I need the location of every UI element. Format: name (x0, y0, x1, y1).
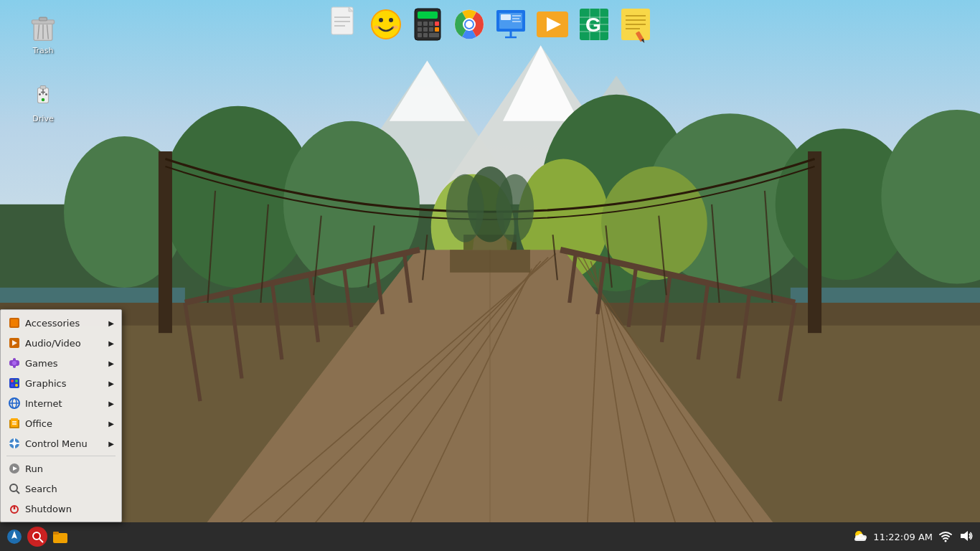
svg-point-159 (10, 484, 17, 491)
menu-button[interactable] (4, 527, 24, 547)
menu-item-office[interactable]: Office ▶ (1, 413, 121, 433)
wifi-icon[interactable] (938, 529, 953, 545)
menu-item-search[interactable]: Search (1, 479, 121, 499)
accessories-icon (8, 316, 21, 329)
svg-rect-110 (501, 14, 511, 20)
shutdown-icon (8, 502, 21, 515)
svg-point-78 (39, 93, 41, 95)
run-icon (8, 462, 21, 475)
svg-line-166 (39, 539, 43, 542)
drive-label: Drive (32, 114, 53, 123)
menu-item-control-menu[interactable]: Control Menu ▶ (1, 433, 121, 453)
top-dock: G (326, 6, 654, 43)
svg-rect-167 (53, 533, 67, 543)
menu-item-games[interactable]: Games ▶ (1, 353, 121, 373)
svg-rect-51 (808, 151, 821, 333)
dock-spreadsheet[interactable]: G (575, 6, 613, 43)
graphics-icon (8, 377, 21, 390)
dock-smiley[interactable] (367, 6, 405, 43)
dock-new-file[interactable] (326, 6, 363, 43)
svg-rect-94 (423, 22, 428, 26)
svg-rect-102 (423, 33, 428, 37)
audio-video-label: Audio/Video (25, 338, 81, 349)
games-label: Games (25, 358, 57, 369)
trash-image (26, 10, 60, 44)
taskbar: 11:22:09 AM (0, 522, 980, 551)
office-label: Office (25, 418, 52, 429)
menu-item-audio-video[interactable]: Audio/Video ▶ (1, 333, 121, 353)
svg-point-80 (42, 98, 45, 102)
control-menu-arrow: ▶ (108, 440, 114, 448)
desktop: Trash Drive (0, 0, 980, 551)
svg-point-89 (374, 26, 380, 29)
menu-item-accessories[interactable]: Accessories ▶ (1, 313, 121, 333)
menu-separator (6, 456, 116, 456)
audio-video-icon (8, 336, 21, 349)
weather-icon (853, 528, 867, 545)
accessories-arrow: ▶ (108, 319, 114, 327)
control-menu-label: Control Menu (25, 438, 88, 449)
svg-rect-75 (40, 86, 46, 90)
clock-display[interactable]: 11:22:09 AM (873, 532, 933, 542)
internet-label: Internet (25, 398, 62, 409)
control-menu-icon (8, 437, 21, 450)
svg-rect-97 (418, 27, 422, 32)
dock-text-editor[interactable] (617, 6, 654, 43)
svg-rect-93 (418, 22, 422, 26)
svg-point-174 (945, 540, 947, 542)
trash-icon-desktop[interactable]: Trash (14, 7, 72, 58)
background-image (0, 0, 980, 551)
svg-rect-103 (429, 33, 439, 37)
svg-rect-98 (423, 27, 428, 32)
svg-point-173 (862, 535, 867, 540)
svg-point-87 (379, 18, 383, 22)
svg-rect-50 (159, 151, 172, 333)
svg-rect-96 (435, 22, 439, 26)
svg-rect-95 (429, 22, 433, 26)
svg-marker-175 (961, 531, 968, 541)
svg-point-90 (392, 26, 398, 29)
volume-icon[interactable] (958, 529, 973, 545)
internet-arrow: ▶ (108, 400, 114, 408)
svg-rect-148 (11, 418, 18, 427)
internet-icon (8, 397, 21, 410)
svg-rect-92 (418, 11, 438, 19)
svg-point-86 (372, 10, 400, 39)
dock-media[interactable] (534, 6, 571, 43)
office-arrow: ▶ (108, 420, 114, 428)
dock-calculator[interactable] (409, 6, 446, 43)
menu-item-internet[interactable]: Internet ▶ (1, 393, 121, 413)
graphics-label: Graphics (25, 378, 66, 389)
svg-point-88 (389, 18, 393, 22)
svg-rect-101 (418, 33, 422, 37)
menu-item-run[interactable]: Run (1, 458, 121, 479)
svg-point-140 (11, 380, 14, 382)
office-icon (8, 417, 21, 430)
taskbar-search-button[interactable] (27, 527, 47, 547)
start-menu: Accessories ▶ Audio/Video ▶ (0, 309, 122, 522)
svg-rect-99 (429, 27, 433, 32)
svg-point-152 (12, 441, 17, 446)
drive-icon-desktop[interactable]: Drive (14, 75, 72, 126)
search-menu-icon (8, 482, 21, 495)
svg-rect-100 (435, 27, 439, 32)
taskbar-files-button[interactable] (50, 527, 70, 547)
games-arrow: ▶ (108, 359, 114, 367)
dock-chrome[interactable] (451, 6, 488, 43)
taskbar-left (0, 527, 75, 547)
dock-presentation[interactable] (492, 6, 529, 43)
svg-point-143 (15, 384, 18, 387)
trash-label: Trash (32, 46, 53, 55)
svg-rect-70 (39, 17, 47, 21)
svg-rect-62 (450, 250, 530, 273)
run-label: Run (25, 463, 43, 474)
svg-point-67 (496, 174, 534, 242)
menu-item-shutdown[interactable]: Shutdown (1, 499, 121, 519)
svg-point-141 (15, 380, 18, 382)
shutdown-label: Shutdown (25, 504, 72, 514)
svg-point-138 (12, 361, 17, 365)
menu-item-graphics[interactable]: Graphics ▶ (1, 373, 121, 393)
svg-point-107 (466, 21, 473, 28)
graphics-arrow: ▶ (108, 380, 114, 387)
games-icon (8, 357, 21, 369)
